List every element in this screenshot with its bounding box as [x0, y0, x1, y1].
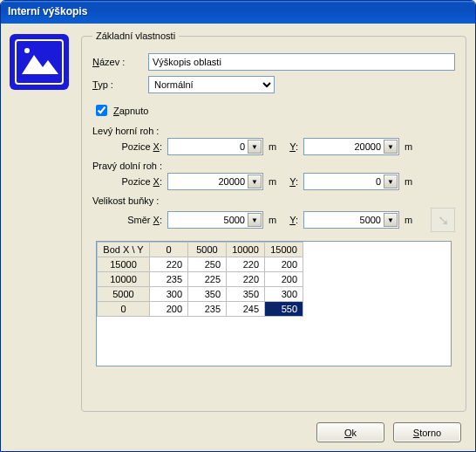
topleft-y-input[interactable]: ▼ — [303, 138, 399, 155]
type-label: Typ : — [92, 79, 141, 90]
grid-cell[interactable]: 225 — [188, 272, 227, 287]
grid-col-header: 15000 — [265, 243, 303, 257]
elevation-table[interactable]: Bod X \ Y0500010000150001500022025022020… — [96, 241, 452, 366]
dirx-label: Směr X: — [113, 215, 162, 225]
grid-row-header: 5000 — [98, 287, 150, 302]
grid-cell[interactable]: 220 — [150, 257, 188, 272]
grid-cell[interactable]: 245 — [227, 302, 265, 317]
unit-m: m — [405, 141, 417, 152]
chevron-down-icon[interactable]: ▼ — [384, 175, 398, 188]
grid-row-header: 0 — [98, 302, 150, 317]
grid-cell[interactable]: 300 — [265, 287, 303, 302]
grid-cell[interactable]: 550 — [265, 302, 303, 317]
cellsize-label: Velikost buňky : — [92, 195, 455, 206]
chevron-down-icon[interactable]: ▼ — [248, 213, 262, 227]
y-label-3: Y: — [286, 215, 298, 225]
grid-col-header: 10000 — [227, 243, 265, 257]
grid-corner: Bod X \ Y — [98, 243, 150, 257]
ok-button[interactable]: OOkk — [316, 422, 384, 442]
bottomright-x-input[interactable]: ▼ — [167, 173, 263, 190]
window-titlebar: Interní výškopis — [1, 1, 475, 24]
grid-cell[interactable]: 200 — [265, 272, 303, 287]
unit-m: m — [269, 215, 281, 225]
unit-m: m — [405, 215, 417, 225]
grid-cell[interactable]: 350 — [227, 287, 265, 302]
grid-col-header: 0 — [150, 243, 188, 257]
bottomright-label: Pravý dolní roh : — [92, 161, 455, 171]
grid-row-header: 15000 — [98, 257, 150, 272]
topleft-x-input[interactable]: ▼ — [167, 138, 263, 155]
grid-cell[interactable]: 300 — [150, 287, 188, 302]
unit-m: m — [269, 176, 281, 187]
properties-group: Základní vlastnosti NNázev :ázev : Typ :… — [81, 31, 466, 412]
grid-cell[interactable]: 200 — [265, 257, 303, 272]
posx-label-2: Pozice X: — [113, 176, 162, 187]
grid-cell[interactable]: 235 — [150, 272, 188, 287]
chevron-down-icon[interactable]: ▼ — [384, 213, 398, 227]
app-icon — [10, 31, 71, 412]
y-label-2: Y: — [286, 176, 298, 187]
enabled-checkbox[interactable] — [96, 105, 107, 116]
chevron-down-icon[interactable]: ▼ — [248, 175, 262, 188]
bottomright-y-input[interactable]: ▼ — [303, 173, 399, 190]
grid-cell[interactable]: 235 — [188, 302, 227, 317]
name-input[interactable] — [148, 53, 455, 71]
cell-x-input[interactable]: ▼ — [167, 211, 263, 229]
unit-m: m — [269, 141, 281, 152]
cell-y-input[interactable]: ▼ — [303, 211, 399, 229]
topleft-label: Levý horní roh : — [92, 126, 455, 136]
unit-m: m — [405, 176, 417, 187]
grid-row-header: 10000 — [98, 272, 150, 287]
svg-marker-0 — [22, 55, 58, 74]
type-select[interactable]: Normální — [148, 76, 275, 93]
grid-cell[interactable]: 350 — [188, 287, 227, 302]
group-legend: Základní vlastnosti — [92, 31, 179, 41]
grid-cell[interactable]: 220 — [227, 272, 265, 287]
chevron-down-icon[interactable]: ▼ — [384, 140, 398, 154]
window-title: Interní výškopis — [8, 5, 87, 17]
grid-cell[interactable]: 220 — [227, 257, 265, 272]
svg-point-1 — [24, 48, 30, 53]
y-label: Y: — [286, 141, 298, 152]
grid-cell[interactable]: 200 — [150, 302, 188, 317]
enabled-label: Zapnuto — [113, 106, 148, 116]
chevron-down-icon[interactable]: ▼ — [248, 140, 262, 154]
posx-label: Pozice X: — [113, 141, 162, 152]
grid-cell[interactable]: 250 — [188, 257, 227, 272]
name-label: NNázev :ázev : — [92, 57, 141, 67]
cancel-button[interactable]: StornoStorno — [393, 422, 461, 442]
grid-col-header: 5000 — [188, 243, 227, 257]
apply-arrow-button: ➘ — [431, 208, 455, 232]
